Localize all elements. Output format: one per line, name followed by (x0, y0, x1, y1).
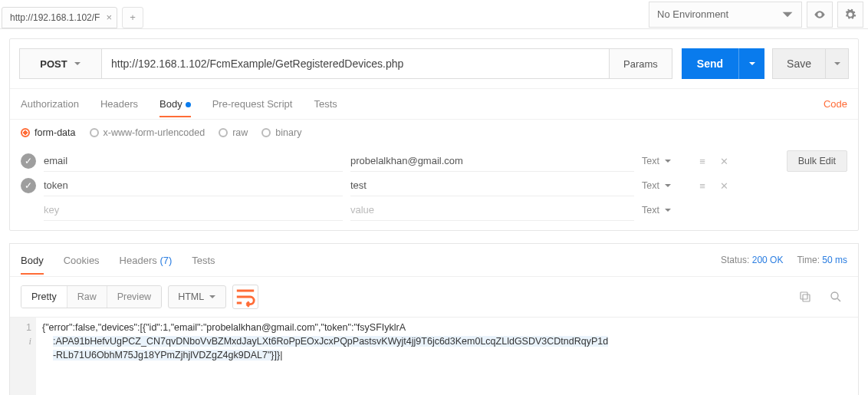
search-response-button[interactable] (824, 285, 847, 308)
eye-icon (814, 8, 826, 21)
save-dropdown-button[interactable] (826, 48, 849, 79)
key-input[interactable] (44, 175, 343, 196)
response-panel: Body Cookies Headers (7) Tests Status: 2… (9, 243, 859, 395)
view-pretty-button[interactable]: Pretty (21, 286, 67, 308)
key-input[interactable] (44, 199, 343, 221)
modified-dot-icon (186, 102, 191, 107)
chevron-down-icon (209, 293, 216, 301)
request-tab-title: http://192.168.1.102/F (10, 12, 100, 23)
chevron-down-icon (781, 8, 794, 21)
type-select[interactable]: Text (642, 180, 688, 191)
bodytype-binary[interactable]: binary (261, 127, 301, 138)
generate-code-link[interactable]: Code (824, 98, 847, 110)
value-input[interactable] (350, 199, 634, 221)
settings-button[interactable] (837, 2, 863, 28)
params-button[interactable]: Params (610, 48, 672, 79)
svg-rect-0 (803, 295, 810, 301)
gear-icon (844, 8, 856, 21)
response-tab-headers[interactable]: Headers (7) (120, 246, 173, 275)
request-tab[interactable]: http://192.168.1.102/F × (2, 7, 117, 28)
reorder-icon[interactable]: ≡ (695, 156, 709, 167)
url-input[interactable] (102, 48, 610, 79)
response-status: Status: 200 OK (721, 255, 783, 265)
environment-quicklook-button[interactable] (807, 2, 833, 28)
method-label: POST (40, 58, 67, 70)
request-builder: POST Params Send Save Authorization Head… (9, 38, 859, 231)
response-tab-tests[interactable]: Tests (192, 246, 215, 275)
method-select[interactable]: POST (19, 48, 102, 79)
copy-response-button[interactable] (794, 285, 817, 308)
chevron-down-icon (664, 182, 672, 189)
response-time: Time: 50 ms (797, 255, 847, 265)
send-button[interactable]: Send (682, 48, 738, 79)
format-select[interactable]: HTML (168, 285, 226, 308)
save-button[interactable]: Save (772, 48, 826, 79)
delete-row-icon[interactable]: ✕ (717, 156, 731, 167)
copy-icon (798, 290, 812, 304)
chevron-down-icon (833, 60, 841, 67)
type-select[interactable]: Text (642, 205, 688, 216)
send-dropdown-button[interactable] (738, 48, 764, 79)
value-input[interactable] (350, 150, 634, 172)
row-enabled-toggle[interactable] (21, 202, 36, 218)
gutter: 1i (10, 318, 36, 395)
response-body: 1i {"error":false,"devices":[{"id":1,"em… (10, 317, 858, 395)
radio-icon (219, 128, 228, 137)
key-input[interactable] (44, 150, 343, 172)
search-icon (829, 290, 843, 304)
row-enabled-toggle[interactable]: ✓ (21, 153, 36, 169)
environment-label: No Environment (657, 8, 728, 20)
radio-icon (261, 128, 271, 137)
delete-row-icon[interactable]: ✕ (717, 180, 731, 192)
chevron-down-icon (748, 60, 756, 67)
chevron-down-icon (664, 206, 672, 214)
environment-select[interactable]: No Environment (649, 2, 802, 28)
bodytype-urlencoded[interactable]: x-www-form-urlencoded (90, 127, 205, 138)
tab-body[interactable]: Body (159, 91, 191, 117)
view-raw-button[interactable]: Raw (67, 286, 107, 308)
tab-prerequest[interactable]: Pre-request Script (212, 91, 293, 117)
svg-point-2 (831, 292, 838, 299)
radio-icon (90, 128, 99, 137)
value-input[interactable] (350, 175, 634, 196)
svg-rect-1 (801, 292, 807, 299)
chevron-down-icon (664, 157, 672, 165)
response-content[interactable]: {"error":false,"devices":[{"id":1,"email… (36, 318, 858, 395)
response-tab-body[interactable]: Body (21, 246, 44, 275)
row-enabled-toggle[interactable]: ✓ (21, 178, 36, 193)
type-select[interactable]: Text (642, 156, 688, 166)
bodytype-formdata[interactable]: form-data (21, 127, 76, 138)
tab-authorization[interactable]: Authorization (21, 91, 79, 117)
close-tab-icon[interactable]: × (106, 12, 112, 23)
radio-icon (21, 128, 30, 137)
response-tab-cookies[interactable]: Cookies (64, 246, 100, 275)
view-mode-segment: Pretty Raw Preview (21, 285, 162, 308)
tab-headers[interactable]: Headers (100, 91, 138, 117)
bulk-edit-button[interactable]: Bulk Edit (787, 150, 847, 172)
add-tab-button[interactable]: + (122, 7, 143, 28)
reorder-icon[interactable]: ≡ (695, 180, 709, 192)
bodytype-raw[interactable]: raw (219, 127, 248, 138)
view-preview-button[interactable]: Preview (107, 286, 161, 308)
wrap-icon (233, 285, 258, 309)
tab-tests[interactable]: Tests (314, 91, 337, 117)
wrap-lines-button[interactable] (232, 285, 258, 309)
chevron-down-icon (74, 60, 81, 67)
